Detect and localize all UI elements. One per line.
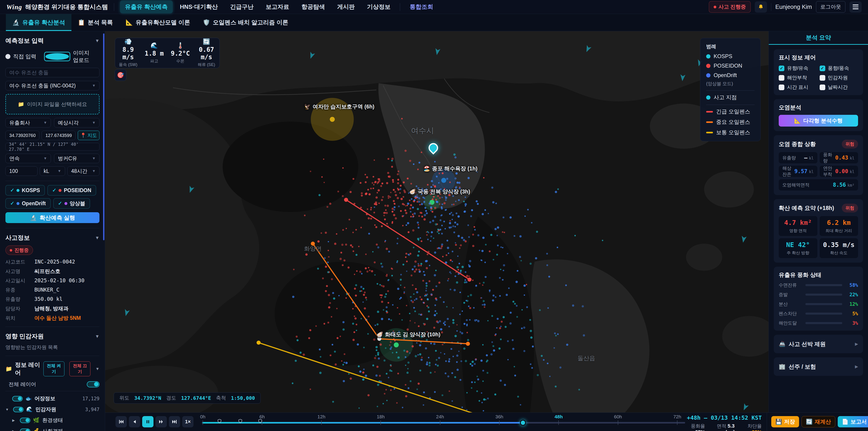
- nav-rescue[interactable]: 긴급구난: [225, 0, 258, 13]
- radio-label: 이미지 업로드: [73, 49, 89, 64]
- radio-direct-input[interactable]: 직접 입력: [5, 53, 36, 60]
- model-toggle-poseidon[interactable]: ✓ POSEIDON: [48, 185, 96, 195]
- readout-time: +48h — 03/13 14:52 KST: [682, 414, 762, 421]
- tick-mark: [558, 420, 559, 425]
- spill-mode-select[interactable]: 연속 ▼: [5, 154, 51, 163]
- timeline-tick-36h[interactable]: 36h: [495, 414, 503, 420]
- timeline-readout: +48h — 03/13 14:52 KST 풍화율 27% 면적 5.3 km…: [682, 414, 762, 431]
- checkbox-wind[interactable]: ✓풍향/풍속: [819, 65, 858, 72]
- timeline-tick-0h[interactable]: 0h: [200, 414, 205, 420]
- chevron-down-icon[interactable]: ▼: [5, 407, 10, 411]
- timeline-thumb[interactable]: [520, 420, 526, 426]
- sensitive-section-header[interactable]: 영향 민감자원 ▼: [5, 332, 99, 340]
- vessel-spec-card[interactable]: 🚢 사고 선박 제원 ▶: [774, 335, 863, 353]
- recalculate-button[interactable]: 🔄재계산: [802, 416, 835, 427]
- company-select[interactable]: 유출회사 ▼: [5, 118, 51, 127]
- checkbox-sensitive[interactable]: 민감자원: [819, 74, 858, 81]
- map-canvas: [105, 31, 769, 412]
- tab-diffusion-analysis[interactable]: 🔬 유출유 확산분석: [6, 14, 71, 31]
- polygon-analysis-button[interactable]: 📐 다각형 분석수행: [779, 115, 858, 127]
- latitude-input[interactable]: [5, 131, 39, 140]
- nav-board[interactable]: 게시판: [332, 0, 360, 13]
- timeline-tick-12h[interactable]: 12h: [317, 414, 325, 420]
- shield-icon: 🛡️: [203, 19, 210, 26]
- timeline-tick-72h[interactable]: 72h: [673, 414, 681, 420]
- tab-analysis-list[interactable]: 📋 분석 목록: [71, 14, 119, 31]
- model-toggle-kosps[interactable]: ✓ KOSPS: [5, 185, 45, 195]
- layer-toggle[interactable]: [12, 396, 23, 401]
- tab-oilfence-theory[interactable]: 🛡️ 오일펜스 배치 알고리즘 이론: [196, 14, 294, 31]
- tab-model-theory[interactable]: 📐 유출유확산모델 이론: [119, 14, 196, 31]
- locate-incident-button[interactable]: 🎯: [115, 69, 126, 81]
- legend-label: 사고 지점: [714, 94, 737, 101]
- model-toggle-ensemble[interactable]: ✓ 앙상블: [53, 198, 90, 209]
- owner-insurance-card[interactable]: 🏢 선주 / 보험 ▶: [774, 357, 863, 376]
- duration-select[interactable]: 48시간 ▼: [67, 166, 99, 176]
- run-prediction-button[interactable]: 🔬 확산예측 실행: [5, 212, 99, 223]
- timeline[interactable]: 0h6h12h18h24h36h48h60h72h: [202, 413, 685, 431]
- image-dropzone[interactable]: 📁 이미지 파일을 선택하세요: [5, 94, 99, 114]
- timeline-tick-48h[interactable]: 48h: [555, 414, 563, 420]
- red-dot-icon: [714, 6, 716, 8]
- step-back-button[interactable]: [129, 416, 140, 427]
- danger-badge: 위험: [842, 140, 858, 149]
- menu-button[interactable]: [849, 1, 862, 13]
- timeline-tick-24h[interactable]: 24h: [436, 414, 444, 420]
- app-logo: Wing 해양환경 위기대응 통합시스템: [6, 3, 108, 11]
- checkbox-time[interactable]: 시간 표시: [779, 84, 817, 91]
- incident-select[interactable]: 여수 유조선 충돌 (INC-0042) ▼: [5, 81, 99, 90]
- layers-all-on-button[interactable]: 전체 켜기: [43, 361, 64, 376]
- expected-time-select[interactable]: 예상시각 ▼: [54, 118, 99, 127]
- skip-start-button[interactable]: [116, 416, 127, 427]
- dropzone-label: 이미지 파일을 선택하세요: [27, 101, 87, 108]
- notifications-button[interactable]: [755, 1, 767, 13]
- layer-toggle[interactable]: [20, 418, 30, 423]
- oil-type-select[interactable]: 벙커C유 ▼: [54, 154, 99, 163]
- nav-weather-info[interactable]: 기상정보: [362, 0, 395, 13]
- nav-aerial-search[interactable]: 항공탐색: [296, 0, 330, 13]
- status-label: 진행중: [14, 247, 29, 253]
- pick-on-map-button[interactable]: 📍 지도: [78, 131, 99, 140]
- amount-input[interactable]: [5, 166, 37, 176]
- logout-button[interactable]: 로그아웃: [816, 1, 845, 13]
- layer-toggle[interactable]: [20, 429, 30, 431]
- longitude-input[interactable]: [41, 131, 75, 140]
- pause-button[interactable]: [142, 416, 153, 427]
- save-button[interactable]: 💾저장: [771, 416, 799, 427]
- bar-label: 분산: [779, 301, 802, 307]
- layers-all-off-button[interactable]: 전체 끄기: [69, 361, 90, 376]
- model-toggle-opendrift[interactable]: ✓ OpenDrift: [5, 198, 51, 209]
- chevron-right-icon[interactable]: ▶: [12, 429, 17, 431]
- nav-integrated-search[interactable]: 통합조회: [405, 0, 438, 13]
- map[interactable]: 💨 8.9 m/s 풍속 (SW) 🌊 1.8 m 파고 🌡️ 9.2°C 수온…: [105, 31, 769, 412]
- select-value: 연속: [9, 155, 20, 162]
- checkbox-current[interactable]: ✓유향/유속: [779, 65, 817, 72]
- timeline-tick-18h[interactable]: 18h: [377, 414, 385, 420]
- check-icon: ✓: [10, 201, 14, 206]
- master-layer-toggle[interactable]: [87, 381, 99, 388]
- section-title: 정보 레이어: [15, 361, 41, 377]
- master-layer-label: 전체 레이어: [8, 381, 36, 388]
- incident-search-input[interactable]: [5, 68, 99, 77]
- timeline-tick-60h[interactable]: 60h: [614, 414, 622, 420]
- speed-button[interactable]: 1×: [182, 416, 193, 427]
- analysis-summary-title: 분석 요약: [769, 31, 868, 45]
- fast-forward-button[interactable]: [156, 416, 167, 427]
- skip-end-button[interactable]: [169, 416, 180, 427]
- layer-toggle[interactable]: [13, 407, 24, 412]
- unit-select[interactable]: kL ▼: [40, 166, 65, 176]
- stat-label: 연안부착: [823, 165, 835, 177]
- sidebar-scrollbar[interactable]: [103, 33, 104, 240]
- incident-section-header[interactable]: 사고정보 ▼: [5, 234, 99, 242]
- checkbox-datetime[interactable]: 날짜시간: [819, 84, 858, 91]
- current-icon: 🔄: [193, 39, 220, 44]
- predict-section-header[interactable]: 예측정보 입력 ▼: [5, 37, 99, 45]
- chevron-right-icon[interactable]: ▶: [12, 418, 17, 423]
- radio-image-upload[interactable]: 이미지 업로드: [44, 49, 90, 64]
- checkbox-shore-adhesion[interactable]: 해안부착: [779, 74, 817, 81]
- card-title: 오염분석: [779, 104, 801, 111]
- report-button[interactable]: 📄보고서: [838, 416, 868, 427]
- nav-reports[interactable]: 보고자료: [260, 0, 294, 13]
- nav-oil-diffusion[interactable]: 유출유 확산예측: [120, 0, 173, 13]
- nav-hns[interactable]: HNS·대기확산: [175, 0, 223, 13]
